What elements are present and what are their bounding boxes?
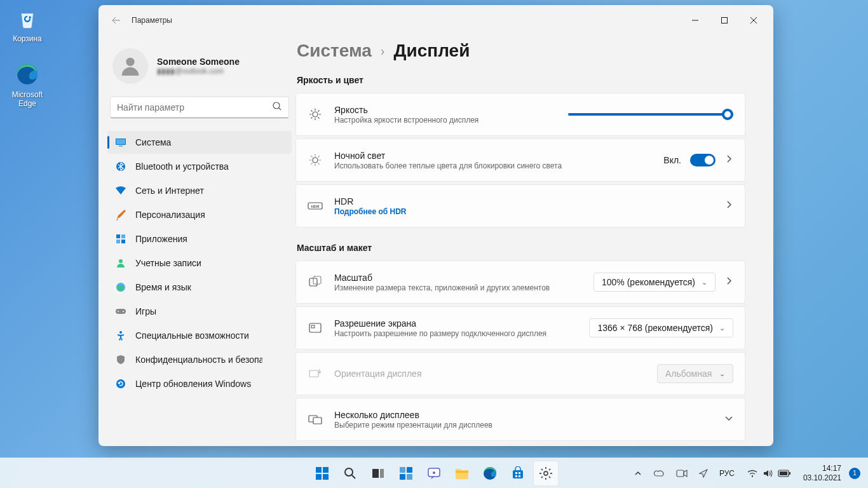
recycle-bin-label: Корзина	[3, 34, 51, 43]
edge-icon[interactable]: Microsoft Edge	[3, 61, 51, 108]
night-light-toggle[interactable]	[690, 154, 715, 166]
tray-language[interactable]: РУС	[715, 466, 738, 480]
svg-rect-35	[372, 469, 379, 478]
svg-point-19	[313, 112, 318, 117]
row-resolution: Разрешение экрана Настроить разрешение п…	[296, 307, 745, 349]
orientation-title: Ориентация дисплея	[334, 369, 646, 379]
multiple-desc: Выберите режим презентации для дисплеев	[334, 421, 713, 430]
svg-rect-54	[780, 471, 787, 475]
row-hdr[interactable]: HDR HDR Подробнее об HDR	[296, 185, 745, 227]
tray-network-sound-battery[interactable]	[742, 466, 796, 480]
apps-icon	[115, 233, 126, 245]
section-scale-layout: Масштаб и макет	[297, 243, 745, 253]
search-icon	[272, 101, 282, 114]
sidebar-item-time[interactable]: Время и язык	[107, 276, 292, 299]
breadcrumb: Система › Дисплей	[295, 41, 745, 61]
sidebar-item-privacy[interactable]: Конфиденциальность и безопасность	[107, 348, 292, 371]
night-light-title: Ночной свет	[334, 151, 652, 161]
svg-rect-33	[323, 474, 329, 480]
svg-rect-5	[116, 139, 125, 144]
brush-icon	[115, 209, 126, 220]
tray-meet-now-icon[interactable]	[672, 466, 691, 480]
search-button[interactable]	[337, 461, 363, 486]
chevron-right-icon: ›	[381, 44, 385, 58]
svg-rect-30	[316, 467, 322, 473]
recycle-bin-icon[interactable]: Корзина	[3, 5, 51, 43]
night-light-icon	[308, 152, 323, 168]
tray-location-icon[interactable]	[695, 466, 712, 480]
row-brightness: Яркость Настройка яркости встроенного ди…	[296, 93, 745, 135]
task-view-button[interactable]	[365, 461, 391, 486]
user-name: Someone Someone	[157, 57, 240, 67]
sidebar-item-bluetooth[interactable]: Bluetooth и устройства	[107, 155, 292, 178]
svg-rect-38	[407, 467, 412, 473]
user-block[interactable]: Someone Someone ▮▮▮▮@outlook.com	[107, 41, 292, 97]
close-button[interactable]	[739, 10, 768, 30]
svg-rect-32	[316, 474, 322, 480]
tray-overflow[interactable]	[630, 467, 646, 480]
back-button[interactable]	[104, 9, 129, 32]
scale-title: Масштаб	[334, 273, 582, 283]
sidebar-item-label: Специальные возможности	[135, 330, 249, 341]
user-email: ▮▮▮▮@outlook.com	[157, 67, 240, 76]
sidebar-item-system[interactable]: Система	[107, 131, 292, 154]
monitor-icon	[115, 137, 126, 148]
settings-taskbar-button[interactable]	[533, 461, 559, 486]
hdr-link[interactable]: Подробнее об HDR	[334, 207, 713, 216]
sidebar-item-accessibility[interactable]: Специальные возможности	[107, 324, 292, 347]
start-button[interactable]	[309, 461, 335, 486]
chevron-down-icon: ⌄	[719, 324, 725, 332]
svg-rect-55	[789, 472, 790, 475]
explorer-button[interactable]	[449, 461, 475, 486]
row-scale[interactable]: Масштаб Изменение размера текста, прилож…	[296, 261, 745, 303]
minimize-button[interactable]	[681, 10, 710, 30]
svg-point-2	[126, 58, 134, 66]
chevron-right-icon[interactable]	[724, 200, 733, 212]
svg-point-42	[433, 471, 435, 474]
svg-rect-29	[313, 417, 322, 424]
row-night-light[interactable]: Ночной свет Использовать более теплые цв…	[296, 139, 745, 181]
chevron-down-icon[interactable]	[724, 414, 733, 425]
svg-point-34	[345, 468, 353, 476]
sidebar-item-label: Конфиденциальность и безопасность	[135, 355, 262, 365]
tray-clock[interactable]: 14:17 03.10.2021	[799, 463, 845, 484]
sidebar-item-network[interactable]: Сеть и Интернет	[107, 179, 292, 202]
sidebar-item-accounts[interactable]: Учетные записи	[107, 252, 292, 274]
multiple-title: Несколько дисплеев	[334, 410, 713, 420]
search-input[interactable]	[117, 102, 272, 112]
globe-icon	[115, 281, 126, 293]
chevron-right-icon[interactable]	[724, 154, 733, 166]
row-multiple-displays[interactable]: Несколько дисплеев Выберите режим презен…	[296, 398, 745, 440]
sidebar-item-apps[interactable]: Приложения	[107, 227, 292, 250]
chat-button[interactable]	[421, 461, 447, 486]
resolution-dropdown[interactable]: 868 × 488 (рекомендуется) ⌄	[589, 318, 733, 337]
sun-icon	[308, 107, 323, 122]
shield-icon	[115, 354, 126, 365]
widgets-button[interactable]	[393, 461, 419, 486]
svg-point-18	[116, 379, 125, 388]
chevron-right-icon[interactable]	[724, 276, 733, 288]
store-button[interactable]	[505, 461, 531, 486]
search-box[interactable]	[110, 97, 289, 118]
sidebar-item-label: Система	[135, 137, 171, 147]
svg-rect-8	[116, 234, 120, 238]
tray-notifications[interactable]: 1	[849, 468, 860, 479]
hdr-title: HDR	[334, 196, 713, 207]
edge-taskbar-button[interactable]	[477, 461, 503, 486]
slider-thumb[interactable]	[722, 109, 733, 120]
sidebar-item-personalization[interactable]: Персонализация	[107, 203, 292, 226]
scale-dropdown[interactable]: 100% (рекомендуется) ⌄	[593, 273, 715, 292]
breadcrumb-parent[interactable]: Система	[297, 41, 372, 61]
orientation-icon	[308, 366, 323, 381]
accessibility-icon	[115, 330, 126, 341]
scale-icon	[308, 274, 323, 290]
sidebar: Someone Someone ▮▮▮▮@outlook.com Система…	[98, 36, 295, 446]
brightness-slider[interactable]	[568, 113, 733, 116]
gamepad-icon	[115, 306, 126, 317]
section-brightness-color: Яркость и цвет	[297, 75, 745, 85]
tray-onedrive-icon[interactable]	[649, 466, 668, 480]
maximize-button[interactable]	[710, 10, 739, 30]
sidebar-item-gaming[interactable]: Игры	[107, 300, 292, 323]
sidebar-item-update[interactable]: Центр обновления Windows	[107, 372, 292, 395]
hdr-icon: HDR	[308, 198, 323, 214]
